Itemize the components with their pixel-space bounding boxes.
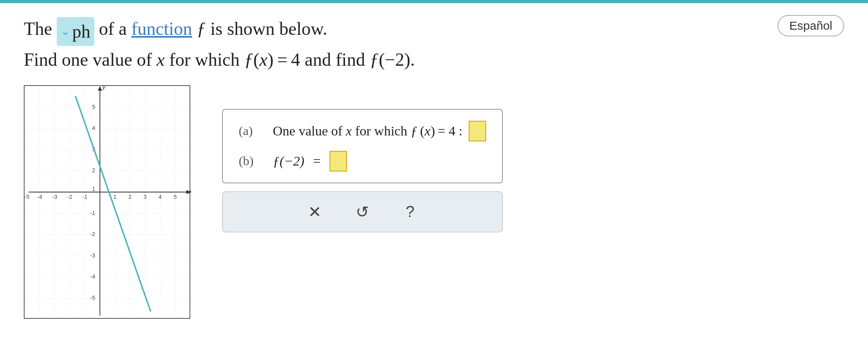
part-a-text: One value of x for which ƒ (x) = 4 : [273, 124, 462, 139]
svg-text:x: x [189, 188, 191, 195]
dropdown-label: ph [72, 18, 90, 45]
f-variable: ƒ [197, 19, 211, 39]
content-row: -4 -3 -2 -1 1 2 3 4 5 -5 [24, 85, 844, 319]
svg-text:-1: -1 [82, 194, 88, 200]
action-buttons-panel: ✕ ↺ ? [222, 191, 503, 232]
svg-text:2: 2 [92, 167, 95, 173]
is-shown: is shown below. [211, 19, 328, 39]
svg-marker-25 [98, 86, 102, 91]
svg-text:4: 4 [92, 125, 95, 131]
svg-text:1: 1 [113, 194, 117, 200]
svg-text:-5: -5 [90, 295, 96, 301]
answer-panel: (a) One value of x for which ƒ (x) = 4 :… [222, 109, 503, 232]
svg-text:1: 1 [92, 186, 95, 192]
clear-icon: ✕ [308, 203, 322, 221]
svg-text:-1: -1 [90, 210, 96, 216]
graph-inner: -4 -3 -2 -1 1 2 3 4 5 -5 [25, 86, 190, 318]
part-b-input[interactable] [330, 151, 347, 171]
part-b-equals: = [313, 154, 321, 169]
graph-svg: -4 -3 -2 -1 1 2 3 4 5 -5 [25, 86, 191, 320]
of-a: of a [99, 19, 132, 39]
svg-text:-3: -3 [90, 252, 96, 259]
answer-box: (a) One value of x for which ƒ (x) = 4 :… [222, 109, 503, 183]
part-b-label: (b) [239, 154, 266, 168]
header-line1: The ⌄ ph of a function ƒ is shown below. [24, 19, 327, 39]
clear-button[interactable]: ✕ [303, 200, 327, 224]
part-b-row: (b) ƒ(−2) = [239, 151, 486, 171]
svg-text:2: 2 [128, 194, 132, 200]
top-bar [0, 0, 868, 3]
svg-text:-3: -3 [52, 194, 57, 200]
svg-text:y: y [102, 86, 106, 90]
svg-text:5: 5 [92, 104, 95, 110]
graph-container: -4 -3 -2 -1 1 2 3 4 5 -5 [24, 85, 190, 319]
undo-icon: ↺ [356, 203, 369, 221]
svg-line-48 [75, 96, 151, 312]
svg-text:4: 4 [159, 194, 162, 200]
svg-text:-4: -4 [90, 273, 96, 280]
svg-text:3: 3 [144, 194, 147, 200]
undo-button[interactable]: ↺ [351, 200, 374, 224]
part-a-label: (a) [239, 124, 266, 138]
problem-header: The ⌄ ph of a function ƒ is shown below.… [24, 15, 844, 73]
help-icon: ? [406, 203, 414, 221]
svg-text:5: 5 [174, 194, 177, 200]
help-button[interactable]: ? [398, 200, 422, 224]
espanol-button[interactable]: Español [778, 15, 844, 36]
dropdown-arrow-icon: ⌄ [61, 23, 70, 40]
header-line2: Find one value of x for which ƒ(x) = 4 a… [24, 50, 415, 70]
svg-text:-2: -2 [67, 194, 73, 200]
main-content: Español The ⌄ ph of a function ƒ is show… [0, 3, 868, 337]
svg-text:-5: -5 [25, 194, 29, 200]
part-a-input[interactable] [469, 121, 486, 141]
svg-text:-2: -2 [90, 231, 96, 237]
part-a-row: (a) One value of x for which ƒ (x) = 4 : [239, 121, 486, 141]
graph-type-dropdown[interactable]: ⌄ ph [57, 17, 94, 46]
function-link[interactable]: function [131, 19, 192, 39]
svg-text:-4: -4 [37, 194, 42, 200]
the-word: The [24, 19, 57, 39]
part-b-text: ƒ(−2) [273, 154, 305, 169]
